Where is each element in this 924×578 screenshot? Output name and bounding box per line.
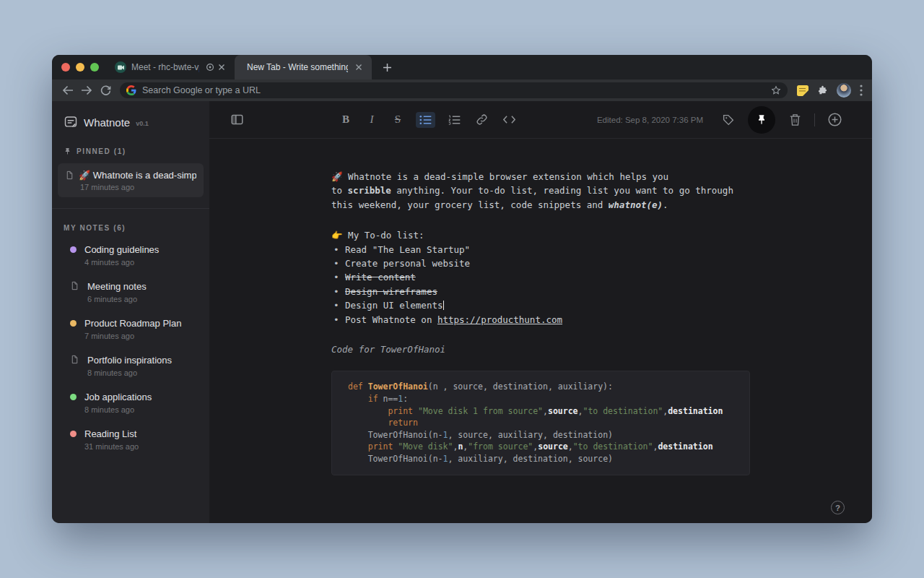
code-token: def [348,381,368,392]
pin-note-button[interactable] [748,106,775,134]
italic-button[interactable]: I [364,113,380,126]
code-button[interactable] [500,111,518,129]
note-time: 8 minutes ago [84,405,152,414]
code-token: "to destination" [583,406,663,416]
google-logo-icon [126,85,136,95]
pushpin-icon [64,147,71,155]
note-editor[interactable]: 🚀 Whatnote is a dead-simple browser exte… [209,139,872,523]
bold-text: scribble [348,185,391,196]
add-note-button[interactable] [826,111,843,129]
zoom-window-button[interactable] [90,63,99,72]
bullet-list-button[interactable] [416,112,435,128]
whatnote-extension-icon[interactable] [797,85,808,96]
code-token: , auxiliary, destination, source) [448,454,613,464]
tab-new-tab[interactable]: New Tab - Write something... [235,55,372,79]
code-line: print "Move disk",n,"from source",source… [348,441,733,453]
file-icon [70,355,79,364]
whatnote-logo-icon [64,115,78,129]
note-title: Coding guidelines [84,244,159,255]
tab-close-icon[interactable] [353,61,365,73]
code-token [348,441,368,452]
code-line: return [348,417,733,429]
note-title: Portfolio inspirations [87,355,172,366]
tag-icon[interactable] [720,111,737,129]
note-color-dot [70,394,77,400]
code-token: "to destination" [573,441,653,452]
bold-button[interactable]: B [338,113,354,126]
code-token: "Move disk" [398,441,453,452]
whatnote-app: Whatnote v0.1 PINNED (1) 🚀 Whatnote is a… [52,101,872,523]
pinned-note-item[interactable]: 🚀 Whatnote is a dead-simpl... 17 minutes… [58,163,204,197]
forward-button[interactable] [77,81,96,100]
todo-item: Design wireframes [331,285,750,298]
chrome-menu-icon[interactable] [860,85,863,96]
code-token: "from source" [468,441,533,452]
strikethrough-button[interactable]: S [390,113,406,126]
tab-title: Meet - rhc-bwte-vpy [131,62,199,72]
code-token: n== [378,394,398,404]
note-time: 7 minutes ago [84,332,181,340]
browser-window: Meet - rhc-bwte-vpy New Tab - Write some… [52,55,872,523]
text-cursor [443,301,444,310]
note-item-product-roadmap[interactable]: Product Roadmap Plan 7 minutes ago [52,311,209,348]
note-title: Meeting notes [87,281,147,292]
note-item-coding-guidelines[interactable]: Coding guidelines 4 minutes ago [52,237,209,274]
code-token: return [388,418,418,428]
note-color-dot [70,431,77,437]
browser-toolbar: Search Google or type a URL [52,79,872,101]
producthunt-link[interactable]: https://producthunt.com [437,314,562,325]
ordered-list-button[interactable] [445,111,463,129]
new-tab-button[interactable] [378,58,396,77]
tab-close-icon[interactable] [216,61,227,73]
note-title: Job applications [84,392,152,402]
address-input[interactable]: Search Google or type a URL [142,85,765,95]
note-time: 6 minutes ago [87,295,147,303]
code-token: TowerOfHanoi(n- [348,430,443,440]
code-token: 1 [443,430,448,440]
completed-todo: Design wireframes [345,286,437,297]
code-token: print [368,441,393,452]
sidebar: Whatnote v0.1 PINNED (1) 🚀 Whatnote is a… [52,101,209,523]
sidebar-toggle-icon[interactable] [228,111,245,129]
minimize-window-button[interactable] [76,63,84,72]
back-button[interactable] [58,81,77,100]
code-token: , source, auxiliary, destination) [448,430,613,440]
code-token: if [368,394,378,404]
app-version: v0.1 [136,120,149,127]
app-header: Whatnote v0.1 [52,101,209,129]
note-item-portfolio-inspirations[interactable]: Portfolio inspirations 8 minutes ago [52,348,209,384]
browser-actions [793,83,866,98]
todo-item: Read "The Lean Startup" [331,243,750,256]
code-token: (n , source, destination, auxiliary): [428,381,613,392]
tab-meet[interactable]: Meet - rhc-bwte-vpy [108,55,235,79]
note-item-job-applications[interactable]: Job applications 8 minutes ago [52,384,209,421]
editor-pane: B I S [209,101,872,523]
code-line: print "Move disk 1 from source",source,"… [348,405,733,418]
bookmark-star-icon[interactable] [771,85,781,95]
toolbar-divider [814,113,815,126]
address-bar[interactable]: Search Google or type a URL [120,82,788,98]
code-token [413,406,418,416]
pinned-section-label: PINNED (1) [77,147,126,155]
refresh-button[interactable] [96,81,115,100]
tab-media-indicator-icon[interactable] [204,61,216,73]
code-token: source [548,406,578,416]
code-token: "Move disk 1 from source" [418,406,543,416]
help-button[interactable]: ? [831,501,845,514]
close-window-button[interactable] [61,63,70,72]
code-line: if n==1: [348,393,733,405]
pinned-note-time: 17 minutes ago [80,183,196,191]
code-token: , [568,441,573,452]
profile-avatar[interactable] [837,83,851,98]
link-button[interactable] [473,111,490,129]
note-item-reading-list[interactable]: Reading List 31 minutes ago [52,421,209,458]
note-color-dot [70,246,77,253]
desktop-background: Meet - rhc-bwte-vpy New Tab - Write some… [0,0,924,578]
note-title: Reading List [84,428,139,439]
code-block: def TowerOfHanoi(n , source, destination… [331,371,750,475]
note-item-meeting-notes[interactable]: Meeting notes 6 minutes ago [52,274,209,311]
todo-list: Read "The Lean Startup" Create personal … [331,243,750,327]
code-token: source [538,441,568,452]
extensions-puzzle-icon[interactable] [817,85,828,96]
trash-icon[interactable] [786,111,803,129]
